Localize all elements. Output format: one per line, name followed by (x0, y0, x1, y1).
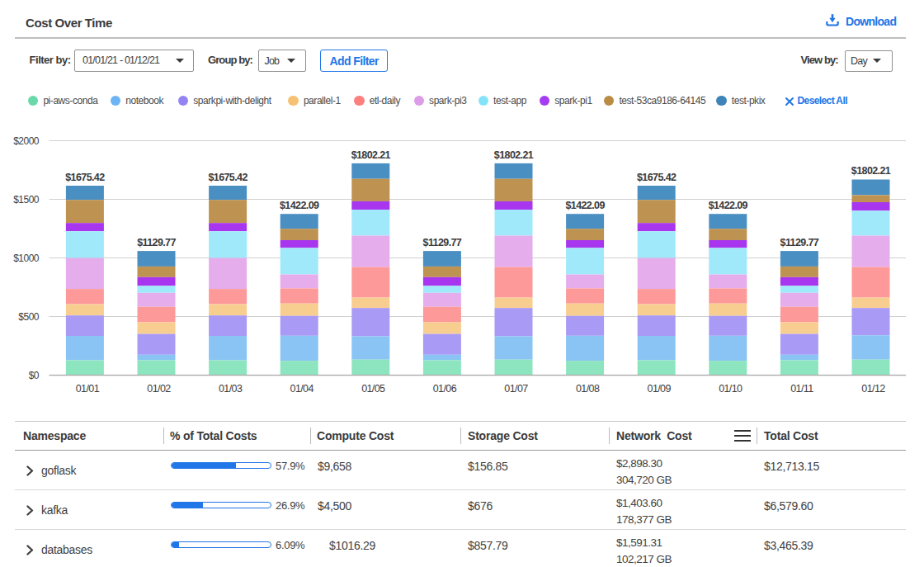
svg-text:$1802.21: $1802.21 (851, 165, 891, 177)
svg-text:01/03: 01/03 (219, 383, 243, 395)
svg-text:$1802.21: $1802.21 (494, 149, 534, 161)
svg-text:$1500: $1500 (13, 194, 40, 206)
svg-text:$500: $500 (18, 311, 40, 323)
svg-text:01/08: 01/08 (576, 383, 600, 395)
svg-text:01/05: 01/05 (361, 383, 385, 395)
svg-text:01/01: 01/01 (76, 383, 100, 395)
svg-text:$1422.09: $1422.09 (709, 200, 748, 211)
svg-text:01/11: 01/11 (790, 383, 813, 395)
svg-text:01/09: 01/09 (648, 383, 672, 395)
svg-text:$1422.09: $1422.09 (280, 200, 319, 211)
svg-text:01/02: 01/02 (147, 383, 171, 395)
svg-text:$1129.77: $1129.77 (780, 237, 819, 248)
svg-text:$2000: $2000 (13, 135, 40, 147)
svg-text:01/07: 01/07 (504, 383, 528, 395)
svg-text:$0: $0 (29, 370, 40, 381)
svg-text:$1422.09: $1422.09 (565, 200, 605, 211)
svg-text:$1675.42: $1675.42 (208, 172, 248, 183)
svg-text:01/12: 01/12 (861, 383, 885, 395)
svg-text:$1000: $1000 (13, 253, 40, 264)
svg-text:01/10: 01/10 (719, 383, 742, 395)
svg-text:$1802.21: $1802.21 (351, 149, 391, 161)
svg-text:$1129.77: $1129.77 (137, 237, 176, 248)
svg-text:01/06: 01/06 (433, 383, 457, 395)
svg-text:$1129.77: $1129.77 (423, 237, 462, 248)
svg-text:$1675.42: $1675.42 (65, 172, 105, 183)
svg-text:01/04: 01/04 (290, 383, 314, 395)
svg-text:$1675.42: $1675.42 (637, 172, 676, 183)
